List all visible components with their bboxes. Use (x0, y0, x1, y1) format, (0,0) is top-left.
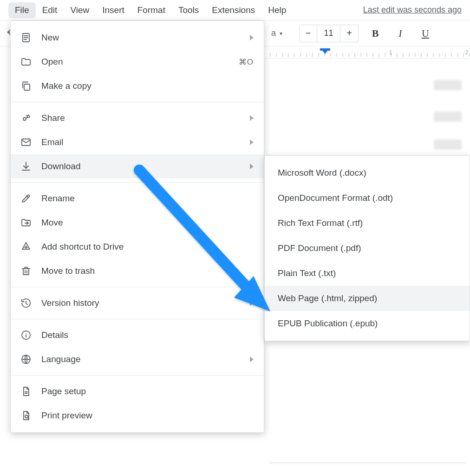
svg-rect-6 (24, 84, 30, 90)
file-menu-item-new[interactable]: New (11, 26, 264, 50)
menu-item-label: New (41, 33, 241, 43)
folder-icon (20, 56, 32, 68)
blurred-content (434, 80, 462, 90)
share-icon (20, 112, 32, 124)
menu-separator (11, 375, 264, 376)
submenu-arrow-icon (250, 115, 254, 121)
submenu-arrow-icon (250, 164, 254, 169)
menu-item-label: Move (41, 218, 254, 228)
svg-line-9 (26, 117, 28, 118)
font-family-label: a (271, 28, 276, 38)
blurred-content (434, 112, 462, 122)
svg-point-18 (26, 333, 26, 334)
menu-help[interactable]: Help (261, 2, 293, 18)
menu-item-label: Email (41, 137, 241, 147)
menu-item-label: Open (41, 57, 229, 67)
menu-tools[interactable]: Tools (172, 2, 205, 18)
submenu-item-label: OpenDocument Format (.odt) (278, 193, 393, 203)
submenu-item-label: PDF Document (.pdf) (278, 243, 361, 253)
menu-item-label: Share (41, 113, 241, 123)
menu-item-label: Version history (41, 298, 241, 308)
underline-button[interactable]: U (417, 25, 434, 42)
download-option-microsoft-word-docx[interactable]: Microsoft Word (.docx) (265, 160, 470, 185)
page-icon (20, 385, 32, 397)
menu-item-label: Add shortcut to Drive (41, 242, 254, 252)
print-preview-icon (20, 410, 32, 422)
submenu-item-label: Rich Text Format (.rtf) (278, 218, 363, 228)
menu-item-label: Download (41, 161, 241, 172)
drive-add-icon (20, 241, 32, 253)
file-menu-item-print-preview[interactable]: Print preview (11, 403, 264, 428)
font-size-input[interactable]: 11 (317, 25, 340, 42)
copy-icon (20, 80, 32, 92)
history-icon (20, 297, 32, 309)
download-icon (20, 160, 32, 172)
svg-rect-13 (23, 269, 29, 275)
file-menu-item-page-setup[interactable]: Page setup (11, 379, 264, 403)
submenu-arrow-icon (250, 35, 254, 40)
ruler-tick-1: 1 (389, 49, 392, 56)
menu-view[interactable]: View (64, 2, 96, 18)
file-menu-item-rename[interactable]: Rename (11, 186, 264, 211)
menu-format[interactable]: Format (131, 2, 172, 18)
file-menu-item-share[interactable]: Share (11, 106, 264, 130)
rename-icon (20, 192, 32, 205)
menu-item-shortcut: ⌘O (239, 57, 254, 67)
trash-icon (20, 265, 32, 277)
menu-edit[interactable]: Edit (36, 2, 64, 18)
font-family-dropdown[interactable]: a ▾ (271, 28, 282, 38)
file-menu-item-language[interactable]: Language (11, 347, 264, 371)
menu-insert[interactable]: Insert (96, 2, 131, 18)
download-option-epub-publication-epub[interactable]: EPUB Publication (.epub) (265, 311, 470, 336)
menu-item-label: Move to trash (41, 266, 254, 276)
menu-separator (11, 287, 264, 287)
submenu-item-label: Microsoft Word (.docx) (278, 168, 366, 178)
font-size-decrease-button[interactable]: − (300, 25, 317, 42)
file-menu-item-open[interactable]: Open⌘O (11, 50, 264, 74)
submenu-item-label: EPUB Publication (.epub) (278, 318, 378, 329)
menu-item-label: Print preview (41, 410, 254, 421)
blurred-content (434, 139, 462, 150)
submenu-arrow-icon (250, 300, 254, 306)
download-option-web-page-html-zipped[interactable]: Web Page (.html, zipped) (265, 286, 470, 311)
file-menu-item-add-shortcut-to-drive[interactable]: Add shortcut to Drive (11, 235, 264, 259)
mail-icon (20, 136, 32, 148)
globe-icon (20, 353, 32, 365)
submenu-item-label: Plain Text (.txt) (278, 268, 336, 278)
horizontal-ruler[interactable]: 1 2 (265, 48, 470, 59)
svg-rect-1 (320, 48, 330, 51)
file-menu-item-make-a-copy[interactable]: Make a copy (11, 74, 264, 98)
download-option-plain-text-txt[interactable]: Plain Text (.txt) (265, 261, 470, 286)
download-submenu: Microsoft Word (.docx)OpenDocument Forma… (264, 155, 470, 341)
font-size-group: − 11 + (299, 25, 359, 42)
download-option-opendocument-format-odt[interactable]: OpenDocument Format (.odt) (265, 185, 470, 211)
file-menu-item-move[interactable]: Move (11, 211, 264, 235)
file-menu-item-email[interactable]: Email (11, 130, 264, 154)
menu-item-label: Page setup (41, 386, 254, 397)
menu-bar: File Edit View Insert Format Tools Exten… (0, 0, 470, 20)
menu-extensions[interactable]: Extensions (205, 2, 261, 18)
submenu-arrow-icon (250, 139, 254, 145)
file-menu-item-version-history[interactable]: Version history (11, 291, 264, 315)
doc-icon (20, 32, 32, 44)
menu-separator (11, 319, 264, 319)
italic-button[interactable]: I (392, 25, 409, 42)
menu-separator (11, 182, 264, 183)
submenu-arrow-icon (250, 357, 254, 362)
file-menu-item-download[interactable]: Download (11, 154, 264, 178)
ruler-tick-2: 2 (465, 49, 469, 56)
move-icon (20, 217, 32, 229)
menu-item-label: Details (41, 330, 254, 340)
last-edit-link[interactable]: Last edit was seconds ago (363, 5, 462, 15)
menu-file[interactable]: File (8, 2, 36, 18)
font-size-increase-button[interactable]: + (340, 25, 358, 42)
menu-item-label: Rename (41, 193, 254, 204)
file-menu-item-move-to-trash[interactable]: Move to trash (11, 259, 264, 283)
bold-button[interactable]: B (367, 25, 384, 42)
file-menu-item-details[interactable]: Details (11, 323, 264, 347)
download-option-rich-text-format-rtf[interactable]: Rich Text Format (.rtf) (265, 211, 470, 236)
submenu-item-label: Web Page (.html, zipped) (278, 293, 377, 304)
download-option-pdf-document-pdf[interactable]: PDF Document (.pdf) (265, 236, 470, 261)
left-indent-marker[interactable] (320, 48, 326, 53)
menu-separator (11, 102, 264, 102)
